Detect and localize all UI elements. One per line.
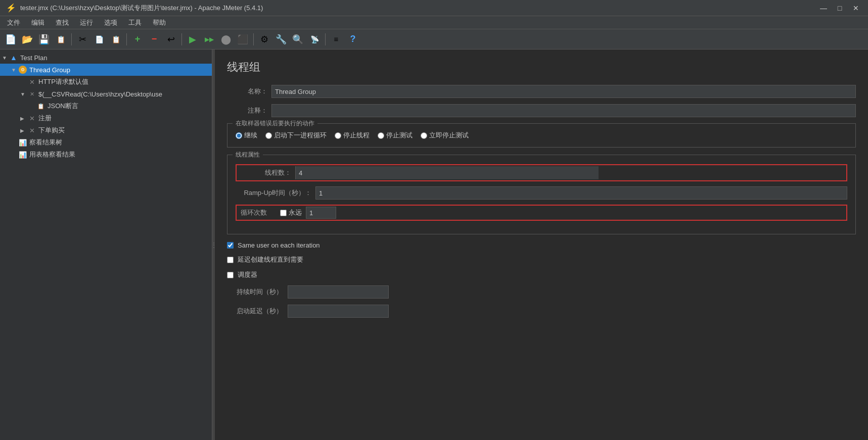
loop-count-input[interactable]: [306, 207, 336, 219]
loop-forever-checkbox[interactable]: [280, 210, 287, 216]
sidebar-item-json-assert[interactable]: 📋 JSON断言: [0, 100, 212, 112]
duration-input[interactable]: [288, 285, 389, 299]
undo-button[interactable]: ↩: [163, 32, 178, 47]
sidebar-item-thread-group[interactable]: ▼ ⚙ Thread Group: [0, 64, 212, 76]
sidebar-item-label-json: JSON断言: [48, 102, 78, 111]
sidebar-item-label-reg: 注册: [38, 114, 52, 123]
radio-stop-thread-label: 停止线程: [343, 131, 370, 140]
stop-now-button[interactable]: ⬛: [235, 32, 250, 47]
menu-find[interactable]: 查找: [51, 17, 74, 28]
copy-button[interactable]: 📄: [92, 32, 107, 47]
csv-icon: ✕: [27, 89, 36, 99]
name-row: 名称：: [227, 85, 856, 98]
radio-stop-now[interactable]: 立即停止测试: [421, 131, 469, 140]
sidebar-item-results-tree[interactable]: 📊 察看结果树: [0, 136, 212, 149]
menu-run[interactable]: 运行: [75, 17, 98, 28]
sidebar-item-http-defaults[interactable]: ✕ HTTP请求默认值: [0, 76, 212, 88]
name-label: 名称：: [227, 87, 267, 96]
loop-forever-wrap: 永远: [280, 208, 302, 217]
stop-button[interactable]: ⬤: [218, 32, 234, 47]
menu-edit[interactable]: 编辑: [26, 17, 50, 28]
delay-create-checkbox[interactable]: [227, 257, 234, 263]
radio-stop-test[interactable]: 停止测试: [378, 131, 413, 140]
sidebar-item-label-rtb: 用表格察看结果: [29, 150, 75, 159]
menu-help[interactable]: 帮助: [148, 17, 171, 28]
startup-delay-label: 启动延迟（秒）: [227, 307, 283, 316]
remote-button[interactable]: 📡: [307, 32, 322, 47]
radio-group: 继续 启动下一进程循环 停止线程 停止测试 立即停止测试: [236, 129, 847, 140]
buy-icon: ✕: [27, 126, 36, 135]
same-user-checkbox[interactable]: [227, 242, 234, 249]
radio-next-loop[interactable]: 启动下一进程循环: [265, 131, 327, 140]
minimize-button[interactable]: —: [817, 2, 830, 14]
ramp-up-input[interactable]: [315, 186, 847, 200]
startup-delay-input[interactable]: [288, 305, 389, 318]
save-button[interactable]: 💾: [36, 32, 52, 47]
radio-continue[interactable]: 继续: [236, 131, 257, 140]
delay-create-row: 延迟创建线程直到需要: [227, 255, 856, 264]
sidebar-item-csv-read[interactable]: ▼ ✕ $(__CSVRead(C:\Users\hzxy\Desktop\us…: [0, 88, 212, 100]
run-button[interactable]: ▶: [185, 32, 200, 47]
radio-next-loop-label: 启动下一进程循环: [274, 131, 327, 140]
scheduler-checkbox[interactable]: [227, 272, 234, 278]
maximize-button[interactable]: □: [834, 2, 846, 14]
sidebar-item-label-tg: Thread Group: [29, 66, 70, 74]
function-button[interactable]: 🔧: [273, 32, 289, 47]
new-button[interactable]: 📄: [3, 32, 18, 47]
json-assert-icon: 📋: [36, 102, 45, 111]
open-button[interactable]: 📂: [20, 32, 35, 47]
list-button[interactable]: ≡: [329, 32, 344, 47]
name-input[interactable]: [271, 85, 856, 98]
sidebar-item-results-table[interactable]: 📊 用表格察看结果: [0, 149, 212, 161]
thread-count-input[interactable]: [295, 166, 599, 179]
help-button[interactable]: ?: [345, 32, 360, 47]
sidebar-item-register[interactable]: ▶ ✕ 注册: [0, 112, 212, 124]
menu-options[interactable]: 选项: [99, 17, 122, 28]
search-function-button[interactable]: 🔍: [290, 32, 305, 47]
register-icon: ✕: [27, 114, 36, 123]
testplan-icon: ▲: [9, 53, 18, 62]
comment-label: 注释：: [227, 106, 267, 115]
main-layout: ▼ ▲ Test Plan ▼ ⚙ Thread Group ✕ HTTP请求默…: [0, 50, 868, 440]
scheduler-row: 调度器: [227, 270, 856, 279]
thread-props-section: 线程属性 线程数： Ramp-Up时间（秒）： 循环次数 永: [227, 155, 856, 234]
sidebar-item-label-rt: 察看结果树: [29, 138, 62, 147]
duration-row: 持续时间（秒）: [227, 285, 856, 299]
sidebar-item-test-plan[interactable]: ▼ ▲ Test Plan: [0, 52, 212, 64]
radio-continue-label: 继续: [244, 131, 257, 140]
window-controls: — □ ✕: [817, 2, 862, 14]
add-button[interactable]: +: [130, 32, 145, 47]
menu-file[interactable]: 文件: [2, 17, 25, 28]
menu-tools[interactable]: 工具: [123, 17, 147, 28]
sidebar-item-buy[interactable]: ▶ ✕ 下单购买: [0, 124, 212, 136]
thread-count-wrapper: 线程数：: [236, 164, 847, 181]
comment-row: 注释：: [227, 104, 856, 117]
same-user-label[interactable]: Same user on each iteration: [238, 241, 320, 249]
radio-stop-thread[interactable]: 停止线程: [335, 131, 370, 140]
title-bar: ⚡ tester.jmx (C:\Users\hzxy\Desktop\测试专用…: [0, 0, 868, 16]
toolbar-sep-2: [126, 33, 127, 45]
expand-icon-reg: ▶: [20, 116, 27, 121]
expand-icon-tg: ▼: [11, 67, 18, 73]
close-button[interactable]: ✕: [850, 2, 862, 14]
sidebar-item-label-http: HTTP请求默认值: [38, 77, 88, 86]
sidebar-item-label: Test Plan: [20, 54, 47, 62]
sidebar: ▼ ▲ Test Plan ▼ ⚙ Thread Group ✕ HTTP请求默…: [0, 50, 212, 440]
save-as-button[interactable]: 📋: [53, 32, 68, 47]
ramp-up-label: Ramp-Up时间（秒）：: [236, 188, 311, 198]
results-tree-icon: 📊: [18, 138, 27, 147]
cut-button[interactable]: ✂: [75, 32, 90, 47]
scheduler-label[interactable]: 调度器: [238, 270, 257, 279]
comment-input[interactable]: [271, 104, 856, 117]
window-title: tester.jmx (C:\Users\hzxy\Desktop\测试专用图片…: [20, 4, 263, 13]
run-no-pause-button[interactable]: ▶▶: [202, 32, 217, 47]
http-defaults-icon: ✕: [27, 77, 36, 86]
expand-icon-csv: ▼: [20, 91, 27, 97]
toolbar-sep-5: [325, 33, 326, 45]
loop-forever-label[interactable]: 永远: [289, 208, 302, 217]
remove-button[interactable]: −: [147, 32, 162, 47]
settings-button[interactable]: ⚙: [257, 32, 272, 47]
paste-button[interactable]: 📋: [108, 32, 123, 47]
duration-label: 持续时间（秒）: [227, 287, 283, 297]
delay-create-label[interactable]: 延迟创建线程直到需要: [238, 255, 303, 264]
